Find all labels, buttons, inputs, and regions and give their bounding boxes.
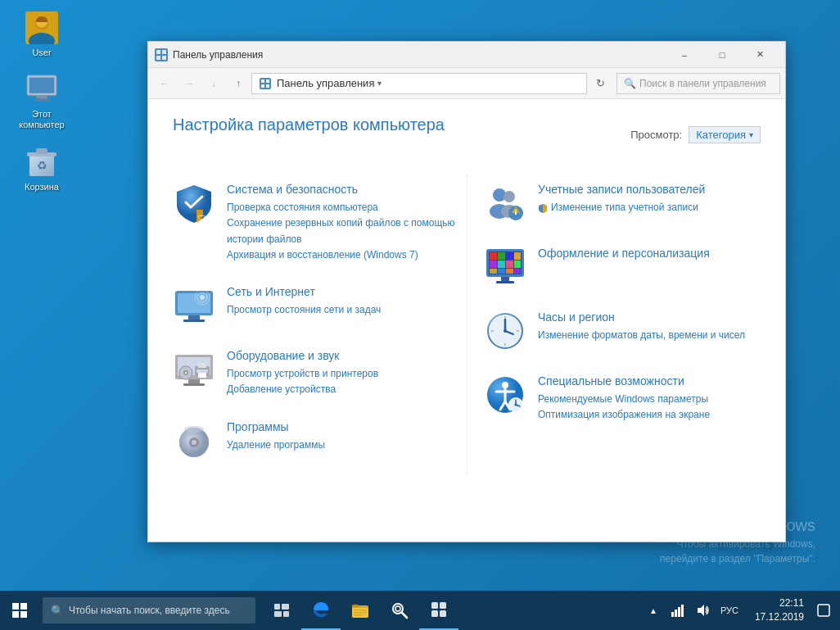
accounts-icon (484, 182, 526, 224)
category-hardware: Оборудование и звук Просмотр устройств и… (173, 340, 467, 411)
taskbar-search[interactable]: 🔍 Чтобы начать поиск, введите здесь (43, 597, 255, 623)
accounts-link-1[interactable]: Изменение типа учетной записи (551, 200, 698, 215)
tray-expand-button[interactable]: ▲ (644, 601, 663, 620)
svg-rect-27 (183, 320, 205, 322)
svg-rect-65 (490, 269, 497, 274)
svg-rect-105 (431, 602, 438, 609)
taskbar-search-icon: 🔍 (51, 605, 64, 617)
notification-button[interactable] (811, 591, 837, 630)
view-value: Категория (696, 129, 746, 141)
address-dropdown[interactable]: ▾ (374, 79, 385, 88)
clock-link-1[interactable]: Изменение форматов даты, времени и чисел (538, 328, 745, 343)
svg-rect-19 (261, 79, 264, 83)
explorer-icon (351, 601, 369, 619)
volume-tray-icon[interactable] (693, 601, 712, 620)
search-box[interactable]: 🔍 Поиск в панели управления (616, 73, 780, 94)
security-link-3[interactable]: Архивация и восстановление (Windows 7) (227, 247, 467, 263)
hardware-icon (173, 348, 215, 391)
svg-rect-14 (156, 50, 160, 54)
address-input[interactable]: Панель управления ▾ (251, 73, 587, 94)
recent-button[interactable]: ↓ (202, 72, 225, 95)
svg-text:♻: ♻ (37, 159, 47, 172)
network-tray-icon[interactable] (668, 601, 688, 620)
svg-rect-6 (36, 96, 47, 99)
window-icon (155, 48, 168, 61)
forward-button[interactable]: → (178, 72, 201, 95)
accounts-title[interactable]: Учетные записи пользователей (538, 182, 705, 197)
task-view-button[interactable] (262, 591, 301, 630)
view-dropdown[interactable]: Категория ▾ (689, 126, 761, 143)
svg-rect-98 (354, 610, 367, 611)
network-title[interactable]: Сеть и Интернет (227, 284, 381, 299)
svg-rect-34 (188, 379, 200, 383)
accessibility-link-2[interactable]: Оптимизация изображения на экране (538, 407, 710, 423)
svg-rect-66 (498, 269, 505, 274)
svg-rect-100 (354, 614, 362, 616)
svg-rect-110 (675, 610, 677, 617)
category-network: Сеть и Интернет Просмотр состояния сети … (173, 276, 467, 340)
taskbar-right: ▲ РУС (637, 591, 840, 630)
hardware-title[interactable]: Оборудование и звук (227, 348, 378, 363)
minimize-button[interactable]: – (666, 42, 703, 68)
desktop-icon-computer[interactable]: Этоткомпьютер (12, 70, 71, 134)
control-panel-taskbar-button[interactable] (419, 591, 458, 630)
category-clock: Часы и регион Изменение форматов даты, в… (484, 301, 761, 365)
up-button[interactable]: ↑ (227, 72, 250, 95)
clock-icon (484, 310, 526, 352)
svg-point-46 (192, 440, 196, 445)
user-icon (25, 11, 58, 44)
maximize-button[interactable]: □ (703, 42, 741, 68)
hardware-link-2[interactable]: Добавление устройства (227, 382, 378, 397)
category-accounts: Учетные записи пользователей Изменение т… (484, 174, 761, 238)
content-area: Настройка параметров компьютера Просмотр… (148, 99, 785, 542)
taskbar-search-text: Чтобы начать поиск, введите здесь (69, 605, 230, 616)
computer-icon-label: Этоткомпьютер (19, 109, 64, 130)
edge-button[interactable] (301, 591, 341, 630)
language-indicator[interactable]: РУС (717, 605, 742, 615)
svg-rect-112 (681, 605, 684, 617)
svg-rect-11 (36, 148, 47, 154)
hardware-link-1[interactable]: Просмотр устройств и принтеров (227, 366, 378, 382)
network-status-icon (671, 604, 684, 617)
close-button[interactable]: ✕ (741, 42, 779, 68)
clock-area[interactable]: 22:11 17.12.2019 (748, 591, 811, 630)
svg-rect-21 (261, 84, 264, 88)
network-content: Сеть и Интернет Просмотр состояния сети … (227, 284, 381, 318)
explorer-button[interactable] (341, 591, 380, 630)
clock-title[interactable]: Часы и регион (538, 310, 745, 324)
taskbar: 🔍 Чтобы начать поиск, введите здесь (0, 591, 840, 630)
desktop-icon-recycle[interactable]: ♻ Корзина (12, 143, 71, 196)
user-icon-label: User (32, 48, 51, 58)
appearance-title[interactable]: Оформление и персонализация (538, 246, 710, 261)
svg-rect-92 (274, 604, 280, 610)
security-taskbar-button[interactable] (380, 591, 419, 630)
view-label: Просмотр: (630, 129, 682, 141)
start-button[interactable] (0, 591, 39, 630)
svg-rect-20 (266, 79, 269, 83)
category-programs: Программы Удаление программы (173, 411, 467, 475)
svg-rect-26 (188, 315, 200, 320)
security-title[interactable]: Система и безопасность (227, 182, 467, 197)
refresh-button[interactable]: ↻ (589, 72, 612, 95)
programs-title[interactable]: Программы (227, 419, 325, 434)
svg-rect-67 (506, 269, 513, 274)
security-link-1[interactable]: Проверка состояния компьютера (227, 200, 467, 215)
desktop-icon-user[interactable]: User (12, 8, 71, 61)
svg-rect-54 (515, 211, 517, 215)
accessibility-title[interactable]: Специальные возможности (538, 374, 710, 388)
svg-rect-59 (506, 252, 513, 260)
accounts-content: Учетные записи пользователей Изменение т… (538, 182, 705, 217)
network-link-1[interactable]: Просмотр состояния сети и задач (227, 302, 381, 318)
system-tray: ▲ РУС (637, 601, 748, 620)
task-view-icon (274, 604, 289, 617)
clock-content: Часы и регион Изменение форматов даты, в… (538, 310, 745, 343)
svg-rect-99 (354, 612, 367, 614)
programs-link-1[interactable]: Удаление программы (227, 437, 325, 453)
svg-rect-22 (266, 84, 269, 88)
back-button[interactable]: ← (153, 72, 176, 95)
taskbar-middle (262, 591, 458, 630)
accessibility-link-1[interactable]: Рекомендуемые Windows параметры (538, 392, 710, 407)
security-content: Система и безопасность Проверка состояни… (227, 182, 467, 263)
security-link-2[interactable]: Сохранение резервных копий файлов с помо… (227, 215, 467, 247)
edge-icon (312, 601, 330, 619)
